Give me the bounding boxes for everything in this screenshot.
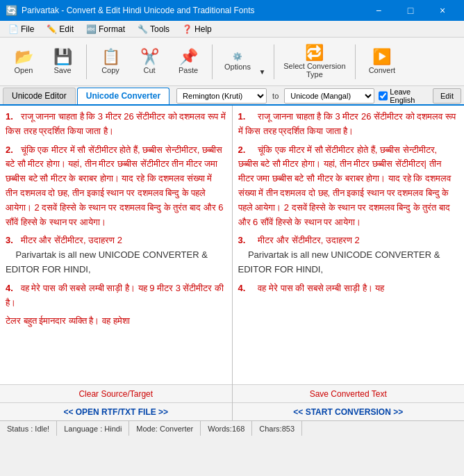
source-entry-5: टेलर बहुत ईमानदार व्यक्ति है। वह हमेशा xyxy=(6,314,226,329)
paste-label: Paste xyxy=(179,66,198,74)
convert-icon: ▶️ xyxy=(372,49,391,65)
target-num-2: 2. xyxy=(238,145,246,155)
options-button[interactable]: ⚙️ Options xyxy=(218,42,257,82)
chars-text: Chars:853 xyxy=(259,425,295,433)
menu-format-label: Format xyxy=(99,24,125,34)
main-content: 1. राजू जानना चाहता है कि 3 मीटर 26 सेंट… xyxy=(0,106,464,420)
menu-format[interactable]: 🔤 Format xyxy=(81,23,131,35)
select-conversion-button[interactable]: 🔁 Select Conversion Type xyxy=(280,42,349,82)
leave-english-checkbox[interactable] xyxy=(379,91,388,101)
clear-source-target-label: Clear Source/Target xyxy=(78,389,153,399)
unicode-converter-tab-label: Unicode Converter xyxy=(86,91,160,101)
source-entry-2: 2. चूंकि एक मीटर में सौ सेंटीमीटर होते ह… xyxy=(6,143,226,230)
tools-icon: 🔧 xyxy=(138,24,148,34)
status-text: Status : Idle! xyxy=(7,425,49,433)
target-entry-3: 3. मीटर और सेंटीमीटर, उदाहरण 2 Parivarta… xyxy=(238,233,459,277)
source-num-1: 1. xyxy=(6,111,13,122)
source-entry-3: 3. मीटर और सेंटीमीटर, उदाहरण 2 Parivarta… xyxy=(6,233,226,277)
menu-tools[interactable]: 🔧 Tools xyxy=(132,23,175,35)
save-converted-button[interactable]: Save Converted Text xyxy=(233,384,465,402)
target-entry-2: 2. चूंकि एक मीटर में सौ सेंटीमीटर होते ह… xyxy=(238,143,459,230)
toolbar-separator-4 xyxy=(355,44,356,79)
target-num-4: 4. xyxy=(238,283,246,293)
options-chevron-icon: ▼ xyxy=(258,68,265,76)
status-chars: Chars:853 xyxy=(252,421,302,436)
target-text-1: राजू जानना चाहता है कि 3 मीटर 26 सेंटीमी… xyxy=(238,111,456,136)
select-conversion-icon: 🔁 xyxy=(305,45,324,60)
format-icon: 🔤 xyxy=(86,24,97,34)
start-conversion-label: << START CONVERSION >> xyxy=(293,407,403,417)
help-icon: ❓ xyxy=(182,24,192,34)
toolbar-separator-1 xyxy=(86,44,87,79)
source-num-4: 4. xyxy=(6,283,13,293)
menu-file[interactable]: 📄 File xyxy=(3,23,40,35)
source-text-2: चूंकि एक मीटर में सौ सेंटीमीटर होते हैं,… xyxy=(6,145,223,227)
status-language: Language : Hindi xyxy=(57,421,129,436)
source-text-area[interactable]: 1. राजू जानना चाहता है कि 3 मीटर 26 सेंट… xyxy=(0,106,232,384)
menu-file-label: File xyxy=(21,24,34,34)
source-entry-4: 4. वह मेरे पास की सबसे लम्बी साड़ी है। य… xyxy=(6,281,226,311)
edit-button[interactable]: Edit xyxy=(433,88,461,104)
menu-tools-label: Tools xyxy=(150,24,169,34)
start-conversion-button[interactable]: << START CONVERSION >> xyxy=(233,402,465,420)
minimize-button[interactable]: − xyxy=(363,0,395,21)
target-num-3: 3. xyxy=(238,235,246,245)
status-mode: Mode: Converter xyxy=(129,421,201,436)
open-file-button[interactable]: << OPEN RTF/TXT FILE >> xyxy=(0,402,232,420)
paste-icon: 📌 xyxy=(179,49,198,65)
copy-button[interactable]: 📋 Copy xyxy=(92,42,129,82)
select-conversion-label: Select Conversion Type xyxy=(281,62,349,79)
words-text: Words:168 xyxy=(208,425,245,433)
tab-unicode-converter[interactable]: Unicode Converter xyxy=(77,88,169,104)
save-label: Save xyxy=(53,66,71,74)
options-icon: ⚙️ xyxy=(233,52,242,61)
source-text-5: टेलर बहुत ईमानदार व्यक्ति है। वह हमेशा xyxy=(6,315,130,326)
leave-english-wrap: Leave English xyxy=(379,88,429,104)
tab-unicode-editor[interactable]: Unicode Editor xyxy=(3,88,76,104)
target-text-area[interactable]: 1. राजू जानना चाहता है कि 3 मीटर 26 सेंट… xyxy=(233,106,465,384)
options-dropdown-button[interactable]: ▼ xyxy=(257,42,268,82)
window-title: Parivartak - Convert & Edit Hindi Unicod… xyxy=(22,6,255,15)
save-button[interactable]: 💾 Save xyxy=(44,42,81,82)
app-icon: 🔄 xyxy=(6,5,17,16)
open-icon: 📂 xyxy=(15,49,33,65)
to-label: to xyxy=(272,92,279,100)
tab-bar: Unicode Editor Unicode Converter Remingt… xyxy=(0,86,464,106)
cut-label: Cut xyxy=(143,66,155,74)
copy-icon: 📋 xyxy=(101,49,120,65)
source-font-select[interactable]: Remington (Kruti) xyxy=(176,88,267,104)
paste-button[interactable]: 📌 Paste xyxy=(170,42,206,82)
cut-button[interactable]: ✂️ Cut xyxy=(131,42,167,82)
options-group: ⚙️ Options ▼ xyxy=(218,42,268,82)
toolbar: 📂 Open 💾 Save 📋 Copy ✂️ Cut 📌 Paste ⚙️ O… xyxy=(0,38,464,86)
target-entry-1: 1. राजू जानना चाहता है कि 3 मीटर 26 सेंट… xyxy=(238,110,459,139)
source-text-1: राजू जानना चाहता है कि 3 मीटर 26 सेंटीमी… xyxy=(6,111,226,136)
status-idle: Status : Idle! xyxy=(0,421,57,436)
status-words: Words:168 xyxy=(201,421,252,436)
title-bar: 🔄 Parivartak - Convert & Edit Hindi Unic… xyxy=(0,0,464,21)
copy-label: Copy xyxy=(101,66,119,74)
target-text-3b: Parivartak is all new UNICODE CONVERTER … xyxy=(238,249,440,274)
source-panel: 1. राजू जानना चाहता है कि 3 मीटर 26 सेंट… xyxy=(0,106,233,420)
convert-button[interactable]: ▶️ Convert xyxy=(361,42,403,82)
source-text-3b: Parivartak is all new UNICODE CONVERTER … xyxy=(6,249,208,274)
edit-label: Edit xyxy=(440,92,454,100)
converter-controls: Remington (Kruti) to Unicode (Mangal) Le… xyxy=(176,88,461,104)
target-font-select[interactable]: Unicode (Mangal) xyxy=(284,88,374,104)
target-entry-4: 4. वह मेरे पास की सबसे लम्बी साड़ी है। य… xyxy=(238,281,459,296)
source-text-4: वह मेरे पास की सबसे लम्बी साड़ी है। यह 9… xyxy=(6,283,224,308)
menu-help[interactable]: ❓ Help xyxy=(176,23,217,35)
target-num-1: 1. xyxy=(238,111,246,122)
save-icon: 💾 xyxy=(53,49,72,65)
clear-source-target-button[interactable]: Clear Source/Target xyxy=(0,384,232,402)
maximize-button[interactable]: □ xyxy=(395,0,426,21)
menu-edit[interactable]: ✏️ Edit xyxy=(41,23,79,35)
open-file-label: << OPEN RTF/TXT FILE >> xyxy=(63,407,168,417)
open-label: Open xyxy=(15,66,33,74)
leave-english-label: Leave English xyxy=(390,88,429,104)
open-button[interactable]: 📂 Open xyxy=(6,42,42,82)
source-num-3: 3. xyxy=(6,235,13,245)
unicode-editor-tab-label: Unicode Editor xyxy=(12,91,67,101)
close-button[interactable]: × xyxy=(426,0,458,21)
status-bar: Status : Idle! Language : Hindi Mode: Co… xyxy=(0,420,464,436)
